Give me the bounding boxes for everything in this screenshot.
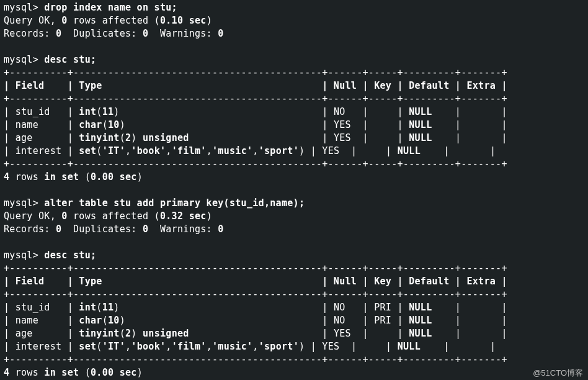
terminal-text-segment: ( bbox=[102, 315, 108, 326]
terminal-text-segment: char bbox=[79, 315, 102, 326]
terminal-text-segment: , bbox=[252, 145, 258, 156]
terminal-text-segment: unsigned bbox=[143, 328, 189, 339]
terminal-text-segment: | age | bbox=[4, 328, 79, 339]
terminal-text-segment: 0.32 bbox=[160, 210, 183, 222]
terminal-line: | interest | set('IT','book','film','mus… bbox=[4, 145, 588, 158]
terminal-text-segment: NULL bbox=[409, 302, 432, 313]
terminal-output[interactable]: mysql> drop index name on stu;Query OK, … bbox=[0, 0, 588, 379]
terminal-text-segment: | interest | bbox=[4, 341, 79, 352]
terminal-text-segment: , bbox=[166, 145, 171, 156]
terminal-text-segment: ( bbox=[120, 328, 125, 339]
terminal-line: +----------+----------------------------… bbox=[4, 158, 588, 171]
terminal-text-segment: Warnings: bbox=[148, 28, 218, 39]
terminal-line: | interest | set('IT','book','film','mus… bbox=[4, 340, 588, 353]
terminal-text-segment: 0 bbox=[218, 28, 223, 39]
terminal-text-segment: 'IT' bbox=[102, 145, 125, 156]
terminal-text-segment: ( bbox=[96, 106, 102, 117]
terminal-text-segment: ( bbox=[96, 145, 102, 156]
terminal-text-segment: 0 bbox=[143, 28, 148, 39]
terminal-text-segment: 0 bbox=[56, 28, 61, 39]
terminal-text-segment: 4 bbox=[4, 171, 9, 183]
terminal-text-segment: | interest | bbox=[4, 145, 79, 156]
terminal-text-segment: 4 bbox=[4, 367, 9, 378]
terminal-text-segment: | name | bbox=[4, 315, 79, 326]
terminal-line: | Field | Type | Null | Key | Default | … bbox=[4, 79, 588, 93]
terminal-text-segment: rows bbox=[9, 171, 44, 183]
terminal-line: mysql> desc stu; bbox=[4, 53, 588, 66]
terminal-text-segment: | | bbox=[421, 341, 496, 352]
terminal-text-segment: , bbox=[125, 341, 131, 352]
terminal-line: Records: 0 Duplicates: 0 Warnings: 0 bbox=[4, 27, 588, 40]
terminal-text-segment: rows bbox=[9, 367, 44, 378]
terminal-text-segment: Duplicates: bbox=[61, 224, 143, 235]
terminal-text-segment: Duplicates: bbox=[61, 28, 143, 39]
terminal-line: Query OK, 0 rows affected (0.10 sec) bbox=[4, 14, 588, 27]
terminal-text-segment: ) bbox=[137, 367, 143, 378]
terminal-text-segment: Query OK, bbox=[4, 210, 61, 222]
terminal-text-segment: mysql> bbox=[4, 2, 44, 13]
terminal-text-segment: sec bbox=[120, 367, 137, 378]
terminal-text-segment: Records: bbox=[4, 28, 56, 39]
terminal-line: | Field | Type | Null | Key | Default | … bbox=[4, 275, 588, 288]
terminal-text-segment: | | bbox=[421, 145, 496, 156]
terminal-text-segment: drop index name on stu; bbox=[44, 2, 177, 13]
terminal-text-segment: NULL bbox=[398, 145, 421, 156]
terminal-line: | stu_id | int(11) | NO | | NULL | | bbox=[4, 106, 588, 119]
terminal-text-segment: 0 bbox=[61, 15, 67, 26]
terminal-text-segment: 0 bbox=[61, 210, 67, 222]
terminal-line: Query OK, 0 rows affected (0.32 sec) bbox=[4, 210, 588, 223]
terminal-text-segment: ) bbox=[131, 132, 143, 143]
terminal-text-segment: desc stu; bbox=[44, 250, 96, 261]
terminal-text-segment: 2 bbox=[125, 132, 131, 143]
terminal-text-segment: alter table stu add primary key(stu_id,n… bbox=[44, 197, 305, 209]
terminal-text-segment: 11 bbox=[102, 302, 114, 313]
terminal-text-segment: 'film' bbox=[172, 145, 207, 156]
terminal-text-segment: NULL bbox=[409, 119, 432, 130]
terminal-text-segment: rows affected ( bbox=[68, 15, 160, 26]
terminal-text-segment: , bbox=[252, 341, 258, 352]
terminal-line: | age | tinyint(2) unsigned | YES | | NU… bbox=[4, 132, 588, 145]
terminal-text-segment: 0 bbox=[143, 224, 148, 235]
terminal-text-segment: Warnings: bbox=[148, 224, 218, 235]
terminal-line: mysql> drop index name on stu; bbox=[4, 1, 588, 14]
terminal-text-segment: 'sport' bbox=[259, 145, 299, 156]
terminal-line: +----------+----------------------------… bbox=[4, 353, 588, 366]
terminal-line: +----------+----------------------------… bbox=[4, 262, 588, 275]
terminal-text-segment: char bbox=[79, 119, 102, 130]
terminal-text-segment: mysql> bbox=[4, 197, 44, 209]
terminal-text-segment: ) | YES | | bbox=[299, 145, 398, 156]
terminal-text-segment: ( bbox=[79, 171, 91, 183]
terminal-text-segment: ) | NO | PRI | bbox=[114, 302, 409, 313]
watermark-label: @51CTO博客 bbox=[533, 368, 583, 379]
terminal-text-segment: 'sport' bbox=[259, 341, 299, 352]
terminal-text-segment: | name | bbox=[4, 119, 79, 130]
terminal-text-segment: 0 bbox=[56, 224, 61, 235]
terminal-text-segment bbox=[183, 210, 189, 222]
terminal-text-segment: ) | NO | PRI | bbox=[120, 315, 409, 326]
terminal-text-segment: Query OK, bbox=[4, 15, 61, 26]
terminal-text-segment: , bbox=[207, 145, 212, 156]
terminal-text-segment: 'book' bbox=[131, 145, 166, 156]
terminal-text-segment: desc stu; bbox=[44, 54, 96, 65]
terminal-line: | name | char(10) | YES | | NULL | | bbox=[4, 119, 588, 132]
terminal-text-segment: +----------+----------------------------… bbox=[4, 158, 507, 170]
terminal-text-segment bbox=[183, 15, 189, 26]
terminal-text-segment: | | bbox=[432, 132, 507, 143]
terminal-text-segment: , bbox=[125, 145, 131, 156]
terminal-text-segment: 'film' bbox=[172, 341, 207, 352]
terminal-text-segment: | | bbox=[432, 328, 507, 339]
terminal-text-segment: 11 bbox=[102, 106, 114, 117]
terminal-text-segment: NULL bbox=[398, 341, 421, 352]
terminal-text-segment: 'music' bbox=[212, 145, 252, 156]
terminal-text-segment: tinyint bbox=[79, 132, 119, 143]
terminal-text-segment: 10 bbox=[108, 119, 120, 130]
terminal-text-segment: +----------+----------------------------… bbox=[4, 67, 507, 78]
terminal-line bbox=[4, 236, 588, 249]
terminal-text-segment: 'music' bbox=[212, 341, 252, 352]
terminal-text-segment: NULL bbox=[409, 132, 432, 143]
terminal-line bbox=[4, 40, 588, 53]
terminal-text-segment: +----------+----------------------------… bbox=[4, 263, 507, 274]
terminal-text-segment: in set bbox=[44, 171, 79, 183]
terminal-text-segment: in set bbox=[44, 367, 79, 378]
terminal-text-segment: ) | YES | | bbox=[120, 119, 409, 130]
